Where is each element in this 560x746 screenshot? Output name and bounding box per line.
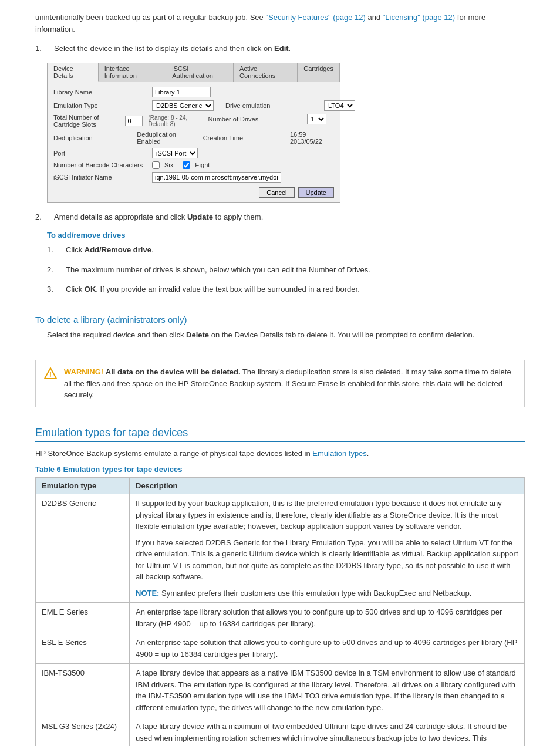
dedup-creation-row: Deduplication Deduplication Enabled Crea… [53,131,334,148]
port-label: Port [53,150,147,157]
section-title: Emulation types for tape devices [35,427,525,442]
divider-2 [35,350,525,350]
table-row: IBM-TS3500A tape library device that app… [36,664,525,717]
step-2-content: Amend details as appropriate and click U… [54,211,525,223]
security-features-link[interactable]: "Security Features" (page 12) [265,13,365,22]
emulation-type-select[interactable]: D2DBS Generic [152,100,214,111]
emulation-type-label: Emulation Type [53,102,147,109]
description-paragraph: If you have selected D2DBS Generic for t… [136,537,518,583]
note-paragraph: NOTE: Symantec prefers their customers u… [136,588,518,599]
description-paragraph: If supported by your backup application,… [136,498,518,532]
barcode-label: Number of Barcode Characters [53,161,147,168]
add-remove-step-1: 1. Click Add/Remove drive. [47,244,525,256]
barcode-six-label: Six [164,161,173,168]
tab-device-details[interactable]: Device Details [48,63,99,82]
dedup-label: Deduplication [53,134,132,141]
creation-time-row: Creation Time 16:59 2013/05/22 [203,131,334,145]
emulation-types-table: Emulation type Description D2DBS Generic… [35,477,525,746]
port-select[interactable]: iSCSI Port [152,148,198,158]
svg-text:!: ! [49,370,52,379]
divider-1 [35,305,525,305]
add-remove-step-2-content: The maximum number of drives is shown, b… [66,264,525,276]
library-name-row: Library Name [53,87,334,97]
cell-emulation-type: D2DBS Generic [36,494,130,603]
step-2: 2. Amend details as appropriate and clic… [35,211,525,223]
slots-drives-row: Total Number of Cartridge Slots (Range: … [53,114,334,131]
table-row: ESL E SeriesAn enterprise tape solution … [36,633,525,664]
cell-emulation-type: IBM-TS3500 [36,664,130,717]
delete-section-body: Select the required device and then clic… [47,329,525,341]
barcode-eight-checkbox[interactable] [183,161,190,169]
drive-emulation-label: Drive emulation [225,102,319,109]
ok-bold: OK [85,285,96,293]
add-remove-step-1-content: Click Add/Remove drive. [66,244,525,256]
warning-triangle-icon: ! [44,367,57,380]
table-header: Emulation type Description [36,478,525,494]
add-remove-step-2-num: 2. [47,264,59,276]
tab-iscsi-auth[interactable]: iSCSI Authentication [166,63,234,82]
update-button[interactable]: Update [298,187,334,198]
drive-emulation-select[interactable]: LTO4 [324,100,355,111]
dialog-body: Library Name Emulation Type D2DBS Generi… [48,82,340,202]
dialog-tabs: Device Details Interface Information iSC… [48,63,340,82]
dedup-row: Deduplication Deduplication Enabled [53,131,191,145]
num-drives-select[interactable]: 1 [307,114,326,124]
table-row: EML E SeriesAn enterprise tape library s… [36,603,525,633]
add-remove-step-3-content: Click OK. If you provide an invalid valu… [66,283,525,295]
barcode-row: Number of Barcode Characters Six Eight [53,161,334,169]
add-remove-step-2: 2. The maximum number of drives is shown… [47,264,525,276]
table-row: MSL G3 Series (2x24)A tape library devic… [36,717,525,747]
delete-section: To delete a library (administrators only… [35,315,525,341]
total-slots-range: (Range: 8 - 24, Default: 8) [149,114,197,127]
port-row: Port iSCSI Port [53,148,334,158]
tab-cartridges[interactable]: Cartridges [298,63,340,82]
iscsi-input[interactable] [152,172,281,183]
description-paragraph: A tape library device that appears as a … [136,667,518,713]
num-drives-label: Number of Drives [208,116,302,123]
iscsi-label: iSCSI Initiator Name [53,174,147,181]
description-paragraph: An enterprise tape solution that allows … [136,637,518,660]
warning-box: ! WARNING! All data on the device will b… [35,360,525,407]
tab-interface-info[interactable]: Interface Information [99,63,166,82]
dialog-buttons: Cancel Update [53,187,334,198]
dedup-col: Deduplication Deduplication Enabled [53,131,191,148]
section-intro-text: HP StoreOnce Backup systems emulate a ra… [35,449,312,458]
emulation-type-col: Emulation Type D2DBS Generic [53,100,214,114]
total-slots-row: Total Number of Cartridge Slots (Range: … [53,114,197,128]
tab-active-connections[interactable]: Active Connections [234,63,298,82]
barcode-six-checkbox[interactable] [152,161,160,169]
warning-bold-text: All data on the device will be deleted. [106,367,241,376]
creation-time-label: Creation Time [203,134,285,141]
section-intro: HP StoreOnce Backup systems emulate a ra… [35,448,525,460]
table-header-row: Emulation type Description [36,478,525,494]
intro-paragraph: unintentionally been backed up as part o… [35,12,525,35]
table-row: D2DBS GenericIf supported by your backup… [36,494,525,603]
total-slots-input[interactable] [125,116,143,126]
emulation-type-row: Emulation Type D2DBS Generic [53,100,214,111]
col-description: Description [130,478,525,494]
creation-time-value: 16:59 2013/05/22 [290,131,334,145]
library-name-input[interactable] [152,87,211,97]
add-remove-section: To add/remove drives 1. Click Add/Remove… [47,231,525,295]
intro-text-between-links: and [366,13,383,22]
col-emulation-type: Emulation type [36,478,130,494]
delete-bold: Delete [186,330,209,339]
step-1: 1. Select the device in the list to disp… [35,43,525,55]
num-drives-col: Number of Drives 1 [208,114,334,131]
device-dialog: Device Details Interface Information iSC… [47,63,340,203]
drive-emulation-col: Drive emulation LTO4 [225,100,355,114]
step-2-bold: Update [187,212,213,221]
emulation-types-link[interactable]: Emulation types [312,449,367,458]
emulation-drive-row: Emulation Type D2DBS Generic Drive emula… [53,100,334,114]
cancel-button[interactable]: Cancel [259,187,294,198]
total-slots-label: Total Number of Cartridge Slots [53,114,120,128]
num-drives-row: Number of Drives 1 [208,114,334,124]
cell-description: A tape library device that appears as a … [130,664,525,717]
add-remove-step-3: 3. Click OK. If you provide an invalid v… [47,283,525,295]
licensing-link[interactable]: "Licensing" (page 12) [383,13,455,22]
cell-description: An enterprise tape solution that allows … [130,633,525,664]
cell-description: If supported by your backup application,… [130,494,525,603]
intro-text-before-link1: unintentionally been backed up as part o… [35,13,265,22]
table-body: D2DBS GenericIf supported by your backup… [36,494,525,747]
warning-label: WARNING! [64,367,103,376]
